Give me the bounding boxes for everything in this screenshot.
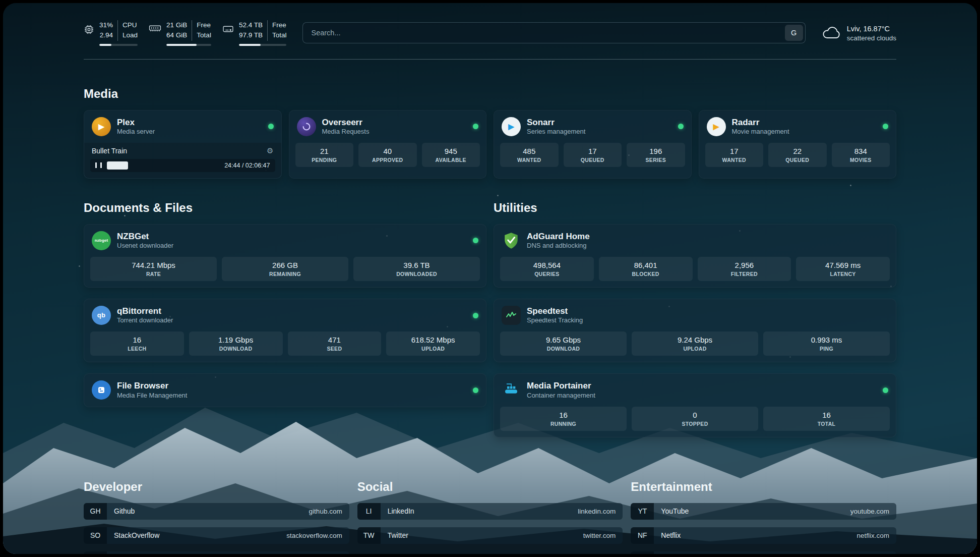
portainer-icon bbox=[502, 380, 521, 400]
cpu-load: 2.94 bbox=[100, 30, 113, 40]
bookmark-name: LinkedIn bbox=[381, 507, 414, 515]
bookmark-url: youtube.com bbox=[850, 508, 896, 515]
weather-location: Lviv, 16.87°C bbox=[847, 24, 896, 34]
section-documents: Documents & Files nzbget NZBGet Usenet d… bbox=[84, 201, 486, 418]
service-desc: Usenet downloader bbox=[117, 242, 173, 250]
section-utilities: Utilities AdGuard Home bbox=[494, 201, 896, 449]
playback-fill bbox=[107, 161, 128, 170]
gear-icon[interactable]: ⚙ bbox=[267, 147, 273, 154]
stat-wanted: 17 WANTED bbox=[705, 143, 764, 167]
adguard-icon bbox=[502, 231, 521, 250]
stat-running: 16 RUNNING bbox=[500, 407, 627, 431]
stat-remaining: 266 GB REMAINING bbox=[222, 257, 348, 281]
bookmark-reddit[interactable]: RE Reddit reddit.com bbox=[631, 551, 896, 554]
bookmark-dev[interactable]: DT DEV dev.to bbox=[84, 551, 349, 554]
service-link-filebrowser[interactable]: File Browser Media File Management bbox=[84, 374, 486, 406]
service-desc: Media server bbox=[117, 128, 155, 136]
stat-leech: 16 LEECH bbox=[90, 331, 184, 356]
service-name: AdGuard Home bbox=[527, 231, 590, 242]
service-card-filebrowser: File Browser Media File Management bbox=[84, 373, 486, 407]
service-link-sonarr[interactable]: ▶ Sonarr Series management bbox=[494, 110, 691, 143]
memory-progress-fill bbox=[166, 44, 197, 46]
memory-free: 21 GiB bbox=[166, 20, 187, 30]
bookmark-youtube[interactable]: YT YouTube youtube.com bbox=[631, 503, 896, 520]
bookmark-name: YouTube bbox=[654, 507, 689, 515]
status-dot bbox=[268, 124, 274, 129]
service-name: Radarr bbox=[732, 117, 789, 128]
service-link-adguard[interactable]: AdGuard Home DNS and adblocking bbox=[494, 225, 896, 257]
sonarr-icon: ▶ bbox=[502, 117, 521, 136]
radarr-icon: ▶ bbox=[707, 117, 726, 136]
dashboard-screen: 31% 2.94 CPU Load bbox=[3, 3, 977, 554]
service-link-qbittorrent[interactable]: qb qBittorrent Torrent downloader bbox=[84, 299, 486, 331]
service-link-nzbget[interactable]: nzbget NZBGet Usenet downloader bbox=[84, 225, 486, 257]
weather-condition: scattered clouds bbox=[847, 34, 896, 42]
plex-now-playing: Bullet Train ⚙ 24:44 / 02:06:47 bbox=[84, 143, 281, 178]
service-card-nzbget: nzbget NZBGet Usenet downloader 744.21 M… bbox=[84, 224, 486, 288]
cpu-progress-fill bbox=[99, 44, 111, 46]
stat-upload: 618.52 Mbps UPLOAD bbox=[386, 331, 480, 356]
playback-time: 24:44 / 02:06:47 bbox=[224, 162, 270, 169]
bookmark-twitter[interactable]: TW Twitter twitter.com bbox=[357, 527, 623, 544]
stat-seed: 471 SEED bbox=[288, 331, 382, 356]
stat-series: 196 SERIES bbox=[627, 143, 685, 167]
bookmark-name: StackOverflow bbox=[107, 531, 159, 539]
service-desc: Container management bbox=[527, 392, 595, 400]
developer-section-title: Developer bbox=[84, 480, 349, 494]
stat-rate: 744.21 Mbps RATE bbox=[90, 257, 217, 281]
status-dot bbox=[883, 124, 888, 129]
stat-downloaded: 39.6 TB DOWNLOADED bbox=[353, 257, 480, 281]
bookmark-name: Netflix bbox=[654, 531, 681, 539]
section-media: Media ▶ Plex Media server bbox=[84, 87, 896, 179]
cpu-progress-bar bbox=[99, 44, 138, 46]
bookmark-abbr: DT bbox=[84, 551, 107, 554]
bookmark-url: twitter.com bbox=[583, 532, 623, 539]
bookmark-linkedin[interactable]: LI LinkedIn linkedin.com bbox=[357, 503, 623, 520]
status-dot bbox=[473, 124, 478, 129]
service-link-portainer[interactable]: Media Portainer Container management bbox=[494, 374, 896, 406]
stat-pending: 21 PENDING bbox=[295, 143, 354, 167]
stat-latency: 47.569 ms LATENCY bbox=[796, 257, 890, 281]
bookmark-stackoverflow[interactable]: SO StackOverflow stackoverflow.com bbox=[84, 527, 349, 544]
plex-icon: ▶ bbox=[92, 117, 111, 136]
stat-movies: 834 MOVIES bbox=[832, 143, 890, 167]
service-name: qBittorrent bbox=[117, 306, 173, 316]
status-dot bbox=[883, 387, 888, 393]
nzbget-icon: nzbget bbox=[92, 231, 111, 250]
search-input[interactable] bbox=[302, 22, 805, 43]
search-bar: G bbox=[302, 22, 805, 43]
stat-ping: 0.993 ms PING bbox=[763, 331, 890, 356]
service-link-speedtest[interactable]: Speedtest Speedtest Tracking bbox=[494, 299, 896, 331]
bookmark-url: github.com bbox=[309, 508, 349, 515]
bookmark-abbr: RE bbox=[631, 551, 654, 554]
status-dot bbox=[473, 238, 478, 243]
stat-upload: 9.24 Gbps UPLOAD bbox=[632, 331, 758, 356]
stat-download: 1.19 Gbps DOWNLOAD bbox=[189, 331, 283, 356]
header-divider bbox=[84, 59, 896, 60]
service-desc: Torrent downloader bbox=[117, 316, 173, 325]
bookmark-group-entertainment: Entertainment YT YouTube youtube.com NF … bbox=[631, 480, 896, 554]
service-link-plex[interactable]: ▶ Plex Media server bbox=[84, 110, 281, 143]
stat-blocked: 86,401 BLOCKED bbox=[599, 257, 693, 281]
bookmark-url: netflix.com bbox=[856, 532, 896, 539]
playback-progress-bar: 24:44 / 02:06:47 bbox=[90, 159, 275, 172]
bookmark-abbr: TW bbox=[357, 527, 381, 544]
top-bar: 31% 2.94 CPU Load bbox=[84, 3, 896, 46]
cpu-widget: 31% 2.94 CPU Load bbox=[84, 20, 138, 46]
speedtest-icon bbox=[502, 306, 521, 325]
bookmark-github[interactable]: GH Github github.com bbox=[84, 503, 349, 520]
cpu-icon bbox=[84, 24, 94, 35]
service-name: Sonarr bbox=[527, 117, 585, 128]
filebrowser-icon bbox=[92, 380, 111, 400]
now-playing-title: Bullet Train bbox=[92, 147, 127, 155]
bookmark-netflix[interactable]: NF Netflix netflix.com bbox=[631, 527, 896, 544]
bookmark-abbr: YT bbox=[631, 503, 654, 520]
bookmark-url: stackoverflow.com bbox=[286, 532, 349, 539]
service-name: Plex bbox=[117, 117, 155, 128]
service-link-radarr[interactable]: ▶ Radarr Movie management bbox=[699, 110, 896, 143]
stat-approved: 40 APPROVED bbox=[358, 143, 417, 167]
service-link-overseerr[interactable]: Overseerr Media Requests bbox=[289, 110, 486, 143]
stat-total: 16 TOTAL bbox=[763, 407, 890, 431]
search-provider-button[interactable]: G bbox=[785, 25, 803, 41]
service-card-portainer: Media Portainer Container management 16 … bbox=[494, 373, 896, 437]
